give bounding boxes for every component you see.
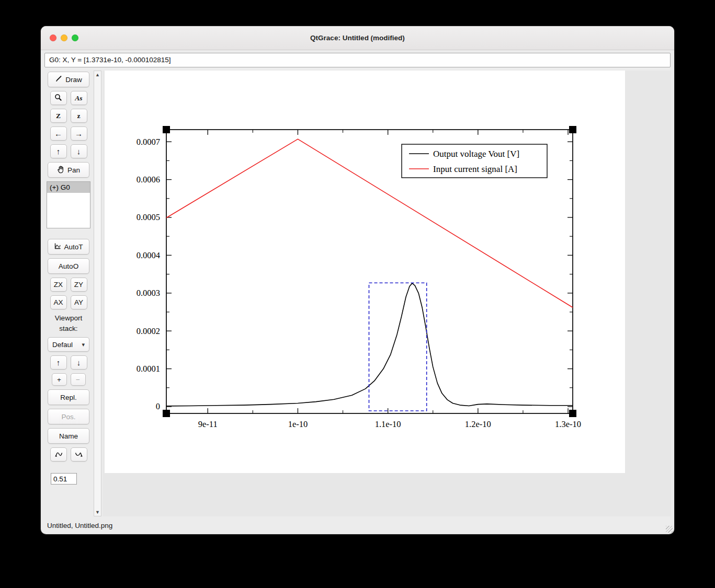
zoom-in-label: Z bbox=[56, 112, 61, 120]
svg-text:0.0003: 0.0003 bbox=[137, 288, 160, 298]
minimize-button[interactable] bbox=[61, 34, 67, 41]
window-title: QtGrace: Untitled (modified) bbox=[41, 26, 674, 50]
autoscale-ticks-button[interactable]: AutoT bbox=[48, 239, 89, 255]
svg-text:0.0001: 0.0001 bbox=[137, 364, 160, 374]
app-window: QtGrace: Untitled (modified) G0: X, Y = … bbox=[41, 26, 674, 534]
stack-add-button[interactable]: + bbox=[52, 373, 67, 386]
zoom-out-label: z bbox=[77, 112, 81, 120]
svg-text:Input current signal [A]: Input current signal [A] bbox=[433, 164, 517, 174]
position-button[interactable]: Pos. bbox=[48, 409, 89, 424]
svg-text:Output voltage Vout [V]: Output voltage Vout [V] bbox=[433, 149, 519, 159]
chevron-down-icon: ▾ bbox=[82, 341, 85, 348]
tool-sidebar: Draw As Z z ← bbox=[44, 71, 93, 516]
svg-text:0.0005: 0.0005 bbox=[137, 212, 160, 222]
snapshot-back-button[interactable] bbox=[50, 447, 67, 462]
locator-bar: G0: X, Y = [1.3731e-10, -0.000102815] bbox=[44, 53, 671, 67]
traffic-lights bbox=[50, 26, 78, 50]
svg-text:0.0002: 0.0002 bbox=[137, 326, 160, 336]
resize-grip[interactable] bbox=[666, 526, 673, 533]
pan-label: Pan bbox=[67, 166, 80, 174]
zoom-out-button[interactable]: z bbox=[71, 109, 87, 123]
svg-text:0.0007: 0.0007 bbox=[137, 137, 160, 147]
close-button[interactable] bbox=[50, 34, 56, 41]
shift-down-button[interactable]: ↓ bbox=[71, 144, 87, 158]
draw-button[interactable]: Draw bbox=[48, 72, 89, 87]
autoscale-y-button[interactable]: AY bbox=[71, 295, 87, 309]
snapshot-forward-button[interactable] bbox=[71, 447, 87, 462]
svg-text:1.2e-10: 1.2e-10 bbox=[465, 419, 491, 429]
status-text: Untitled, Untitled.png bbox=[47, 522, 112, 529]
svg-text:9e-11: 9e-11 bbox=[198, 419, 218, 429]
graph-list[interactable]: (+) G0 bbox=[47, 181, 90, 228]
repl-label: Repl. bbox=[60, 394, 77, 401]
magnifier-icon bbox=[54, 94, 62, 103]
up-arrow-icon: ↑ bbox=[56, 147, 61, 155]
zoom-in-button[interactable]: Z bbox=[50, 109, 67, 123]
shift-up-button[interactable]: ↑ bbox=[50, 144, 67, 158]
zx-label: ZX bbox=[54, 281, 63, 289]
replace-button[interactable]: Repl. bbox=[48, 389, 89, 405]
ax-label: AX bbox=[53, 298, 63, 306]
stack-remove-button[interactable]: − bbox=[71, 373, 86, 386]
name-label: Name bbox=[59, 432, 78, 440]
axis-chart-icon bbox=[54, 243, 61, 251]
autoo-label: AutoO bbox=[59, 262, 78, 270]
hand-icon bbox=[57, 165, 65, 175]
drawing-page: 9e-111e-101.1e-101.2e-101.3e-1000.00010.… bbox=[105, 71, 625, 473]
stack-up-button[interactable]: ↑ bbox=[50, 355, 67, 370]
viewport-select[interactable]: Defaul ▾ bbox=[48, 337, 89, 352]
scroll-up-icon[interactable]: ▲ bbox=[94, 71, 101, 78]
text-tool-label: As bbox=[75, 94, 82, 102]
stack-down-button[interactable]: ↓ bbox=[71, 355, 87, 370]
viewport-stack-label: Viewport stack: bbox=[48, 313, 89, 333]
autoscale-x-button[interactable]: AX bbox=[50, 295, 67, 309]
name-button[interactable]: Name bbox=[48, 428, 89, 444]
wave-back-icon bbox=[54, 451, 63, 459]
minus-icon: − bbox=[76, 376, 80, 384]
chart-svg[interactable]: 9e-111e-101.1e-101.2e-101.3e-1000.00010.… bbox=[105, 71, 625, 473]
svg-text:0.0004: 0.0004 bbox=[137, 250, 160, 260]
ay-label: AY bbox=[74, 298, 83, 306]
autot-label: AutoT bbox=[64, 243, 83, 251]
svg-text:1.1e-10: 1.1e-10 bbox=[375, 419, 401, 429]
viewport-select-value: Defaul bbox=[52, 341, 73, 349]
zoom-y-button[interactable]: ZY bbox=[71, 278, 87, 292]
pos-label: Pos. bbox=[61, 413, 75, 421]
svg-text:0: 0 bbox=[156, 401, 160, 411]
svg-text:1.3e-10: 1.3e-10 bbox=[555, 419, 581, 429]
sidebar-scrollbar[interactable]: ▲ ▼ bbox=[94, 71, 101, 516]
pen-icon bbox=[55, 75, 63, 84]
zoom-tool-button[interactable] bbox=[50, 91, 67, 105]
canvas-viewport: 9e-111e-101.1e-101.2e-101.3e-1000.00010.… bbox=[103, 71, 671, 516]
title-bar[interactable]: QtGrace: Untitled (modified) bbox=[41, 26, 674, 50]
shift-right-button[interactable]: → bbox=[71, 126, 87, 141]
draw-label: Draw bbox=[65, 76, 82, 84]
zoom-button[interactable] bbox=[72, 34, 78, 41]
right-arrow-icon: → bbox=[75, 130, 83, 137]
scroll-down-icon[interactable]: ▼ bbox=[94, 509, 101, 516]
left-arrow-icon: ← bbox=[54, 130, 62, 137]
plus-icon: + bbox=[57, 376, 61, 384]
autoscale-on-button[interactable]: AutoO bbox=[48, 258, 89, 274]
stack-down-arrow-icon: ↓ bbox=[77, 359, 81, 366]
status-bar: Untitled, Untitled.png bbox=[41, 516, 674, 534]
pan-button[interactable]: Pan bbox=[48, 162, 89, 178]
wave-forward-icon bbox=[75, 451, 83, 459]
down-arrow-icon: ↓ bbox=[77, 147, 81, 155]
svg-text:0.0006: 0.0006 bbox=[137, 175, 160, 185]
stack-up-arrow-icon: ↑ bbox=[56, 359, 61, 366]
text-tool-button[interactable]: As bbox=[71, 91, 87, 105]
zoom-x-button[interactable]: ZX bbox=[50, 278, 67, 292]
main-content: Draw As Z z ← bbox=[41, 67, 674, 516]
zy-label: ZY bbox=[74, 281, 83, 289]
graph-list-item-g0[interactable]: (+) G0 bbox=[47, 182, 90, 193]
svg-text:1e-10: 1e-10 bbox=[288, 419, 308, 429]
scale-input[interactable] bbox=[51, 473, 77, 485]
shift-left-button[interactable]: ← bbox=[50, 126, 67, 141]
